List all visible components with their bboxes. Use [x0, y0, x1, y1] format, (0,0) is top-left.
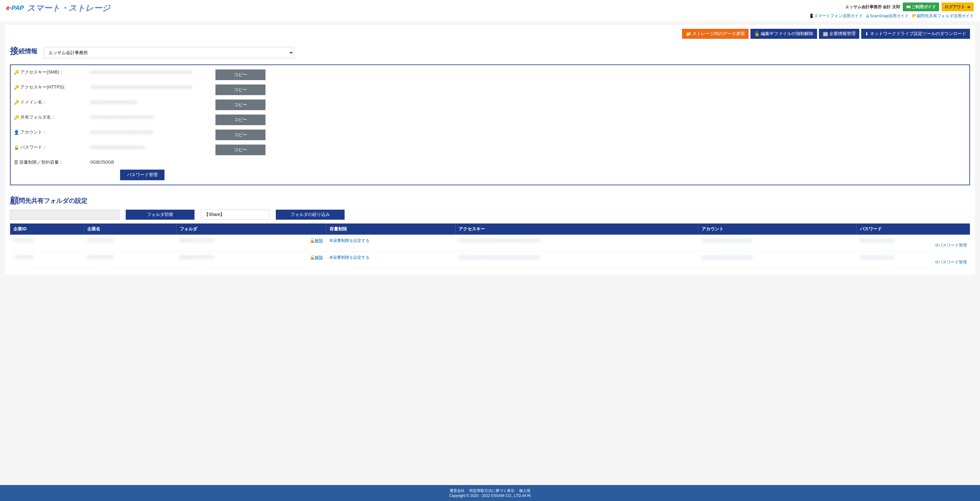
main-content: 📁 ストレージ内のデータ参照 🔓 編集中ファイルの強制解除 🏢 企業情報管理 ⬇…: [5, 25, 975, 275]
connection-title: 接続情報: [10, 45, 38, 57]
th-capacity: 容量制限: [326, 224, 455, 235]
cell-password: xxxxxxxxxxxxxxxxx: [860, 238, 894, 243]
cell-account: xxxxxxxxxxxxxxxxxxxxxxxxx: [702, 255, 752, 259]
row-https: 🔑アクセスキー(HTTPS): xxxxxxxxxxxxxxxxxxxxxxxx…: [14, 85, 966, 95]
folder-input[interactable]: [10, 210, 119, 220]
value-smb: xxxxxxxxxxxxxxxxxxxxxxxxxxxxxxxxxxxxxxxx…: [91, 69, 215, 74]
network-tool-button[interactable]: ⬇ ネットワークドライブ設定ツールのダウンロード: [861, 29, 970, 39]
logo-pap: PAP: [11, 5, 24, 11]
copy-account-button[interactable]: コピー: [215, 129, 266, 140]
folder-table: 企業ID 企業名 フォルダ 容量制限 アクセスキー アカウント パスワード X-…: [10, 223, 970, 268]
print-icon: 🖨: [865, 13, 870, 18]
th-company-name: 企業名: [84, 224, 177, 235]
logo: e·PAP スマート・ストレージ: [6, 3, 110, 13]
header: e·PAP スマート・ストレージ エッサム会計事務所 会計 太郎 📖 ご利用ガイ…: [0, 0, 980, 21]
copy-https-button[interactable]: コピー: [215, 85, 266, 95]
force-unlock-label: 編集中ファイルの強制解除: [761, 31, 813, 37]
row-smb: 🔑アクセスキー(SMB)： xxxxxxxxxxxxxxxxxxxxxxxxxx…: [14, 69, 966, 80]
storage-browse-button[interactable]: 📁 ストレージ内のデータ参照: [682, 29, 749, 39]
row-shared-folder: 🔑共有フォルダ名： xxxxxxxxxxxxxxxxxxxxxxxxxxxxxx…: [14, 115, 966, 125]
unlock-icon: 🔓: [754, 31, 760, 36]
building-icon: 🏢: [823, 31, 828, 36]
cell-account: xxxxxxxxxxxxxxxxxxxxxxxxx: [702, 238, 752, 243]
cell-password: xxxxxxxxxxxxxxxxx: [860, 255, 894, 259]
th-account: アカウント: [698, 224, 856, 235]
password-mgmt-link[interactable]: ↺パスワード管理: [935, 260, 967, 265]
value-password: xxxxxxxxxxxxxxxxxxxxxxxxxxx: [91, 145, 215, 149]
logout-button[interactable]: ログアウト ➜: [942, 3, 974, 11]
gear-icon: ⚙: [329, 238, 333, 243]
password-mgmt-button[interactable]: パスワード管理: [120, 170, 164, 180]
logo-title: スマート・ストレージ: [27, 3, 110, 13]
scansnap-guide-link[interactable]: 🖨ScanSnap活用ガイド: [865, 13, 909, 18]
undo-icon: ↺: [935, 260, 939, 265]
th-folder: フォルダ: [177, 224, 326, 235]
company-mgmt-button[interactable]: 🏢 企業情報管理: [819, 29, 859, 39]
value-https: xxxxxxxxxxxxxxxxxxxxxxxxxxxxxxxxxxxxxxxx…: [91, 85, 215, 89]
key-icon: 🔑: [14, 85, 19, 90]
password-mgmt-link[interactable]: ↺パスワード管理: [935, 243, 967, 247]
folder-switch-button[interactable]: フォルダ切替: [126, 210, 194, 220]
copy-smb-button[interactable]: コピー: [215, 69, 266, 80]
value-capacity: 0GB/250GB: [91, 160, 215, 164]
guide-button-label: ご利用ガイド: [912, 4, 936, 10]
folder-filter-button[interactable]: フォルダの絞り込み: [276, 210, 345, 220]
copy-shared-folder-button[interactable]: コピー: [215, 115, 266, 125]
value-domain: xxxxxxxxxxxxxxxxxxxxxxx: [91, 99, 215, 104]
logo-e: e·: [6, 5, 11, 11]
logout-button-label: ログアウト: [945, 4, 965, 10]
cell-folder: [Share] X-XXXXXX: [180, 255, 214, 259]
guide-button[interactable]: 📖 ご利用ガイド: [903, 3, 939, 11]
key-icon: 🔑: [14, 100, 19, 105]
th-password: パスワード: [856, 224, 970, 235]
db-icon: 🗄: [14, 160, 18, 165]
office-select[interactable]: エッサム会計事務所: [44, 47, 294, 58]
capacity-setting-link[interactable]: ⚙容量制限を設定する: [329, 238, 370, 243]
release-link[interactable]: 🔓解除: [310, 255, 323, 260]
user-name: エッサム会計事務所 会計 太郎: [845, 4, 900, 10]
copy-password-button[interactable]: コピー: [215, 145, 266, 155]
unlock-icon: 🔓: [310, 255, 315, 260]
user-icon: 👤: [14, 130, 19, 135]
table-row: X-XXXXXX XXXXXXXXXX [Share] X-XXXXXX 🔓解除…: [10, 235, 970, 252]
folder-controls: フォルダ切替 フォルダの絞り込み: [10, 210, 970, 220]
label-capacity: 容量制限／契約容量：: [19, 160, 63, 165]
label-password: パスワード：: [20, 145, 46, 150]
logo-epap: e·PAP: [6, 5, 24, 11]
phone-icon: 📱: [809, 13, 814, 18]
undo-icon: ↺: [935, 243, 939, 247]
label-shared-folder: 共有フォルダ名：: [20, 115, 55, 120]
release-link[interactable]: 🔓解除: [310, 238, 323, 244]
row-account: 👤アカウント： xxxxxxxxxxxxxxxxxxxxxxxxxxxxxxx …: [14, 129, 966, 140]
label-domain: ドメイン名：: [20, 99, 46, 105]
cell-access-key: xxxxxxxxxxxxxxxxxxxxxxxxxxxxxxxxxxxxxxxx: [458, 238, 540, 243]
value-shared-folder: xxxxxxxxxxxxxxxxxxxxxxxxxxxxxxx: [91, 115, 215, 119]
storage-browse-label: ストレージ内のデータ参照: [692, 31, 745, 37]
share-input[interactable]: [201, 210, 270, 220]
unlock-icon: 🔓: [310, 238, 315, 243]
table-row: X-XXXXXX XXXXXXXXXX [Share] X-XXXXXX 🔓解除…: [10, 252, 970, 268]
capacity-setting-link[interactable]: ⚙容量制限を設定する: [329, 255, 370, 260]
cell-company-id: X-XXXXXX: [13, 255, 34, 259]
header-links: 📱スマートフォン活用ガイド 🖨ScanSnap活用ガイド 📂顧問先共有フォルダ活…: [807, 13, 974, 19]
force-unlock-button[interactable]: 🔓 編集中ファイルの強制解除: [751, 29, 817, 39]
cell-company-name: XXXXXXXXXX: [87, 255, 114, 259]
label-account: アカウント：: [20, 129, 46, 135]
th-access-key: アクセスキー: [455, 224, 698, 235]
lock-icon: 🔒: [14, 145, 19, 150]
connection-info-box: 🔑アクセスキー(SMB)： xxxxxxxxxxxxxxxxxxxxxxxxxx…: [10, 64, 970, 185]
copy-domain-button[interactable]: コピー: [215, 99, 266, 110]
cell-access-key: xxxxxxxxxxxxxxxxxxxxxxxxxxxxxxxxxxxxxxxx: [458, 255, 540, 259]
key-icon: 🔑: [14, 70, 19, 75]
header-right: エッサム会計事務所 会計 太郎 📖 ご利用ガイド ログアウト ➜ 📱スマートフォ…: [807, 3, 974, 19]
row-password: 🔒パスワード： xxxxxxxxxxxxxxxxxxxxxxxxxxx コピー: [14, 145, 966, 155]
label-smb: アクセスキー(SMB)：: [20, 69, 64, 75]
book-icon: 📖: [906, 5, 910, 10]
value-account: xxxxxxxxxxxxxxxxxxxxxxxxxxxxxxx: [91, 129, 215, 134]
smartphone-guide-link[interactable]: 📱スマートフォン活用ガイド: [809, 13, 863, 18]
gear-icon: ⚙: [329, 255, 333, 260]
row-domain: 🔑ドメイン名： xxxxxxxxxxxxxxxxxxxxxxx コピー: [14, 99, 966, 110]
network-tool-label: ネットワークドライブ設定ツールのダウンロード: [870, 31, 966, 37]
folder-settings-title: 顧問先共有フォルダの設定: [10, 195, 970, 207]
shared-folder-guide-link[interactable]: 📂顧問先共有フォルダ活用ガイド: [912, 13, 974, 18]
